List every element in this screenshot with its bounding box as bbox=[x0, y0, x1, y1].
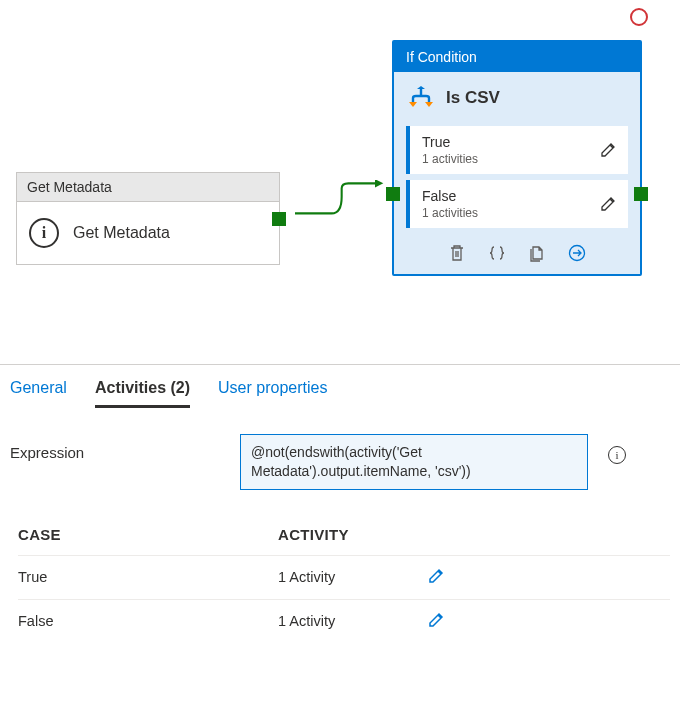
edit-icon[interactable] bbox=[428, 568, 444, 584]
code-icon[interactable] bbox=[488, 244, 506, 262]
case-cell: True bbox=[18, 569, 278, 585]
if-condition-node[interactable]: If Condition Is CSV True 1 activities Fa… bbox=[392, 40, 642, 276]
table-row: False 1 Activity bbox=[18, 599, 670, 643]
get-metadata-header: Get Metadata bbox=[17, 173, 279, 202]
validation-error-indicator bbox=[630, 8, 648, 26]
settings-tabs: General Activities (2) User properties bbox=[0, 365, 680, 408]
case-true[interactable]: True 1 activities bbox=[406, 126, 628, 174]
tab-general[interactable]: General bbox=[10, 379, 67, 408]
activity-cell: 1 Activity bbox=[278, 569, 428, 585]
table-row: True 1 Activity bbox=[18, 555, 670, 599]
edit-icon[interactable] bbox=[600, 142, 616, 158]
output-port[interactable] bbox=[272, 212, 286, 226]
expression-input[interactable]: @not(endswith(activity('Get Metadata').o… bbox=[240, 434, 588, 490]
edit-icon[interactable] bbox=[600, 196, 616, 212]
expand-icon[interactable] bbox=[568, 244, 586, 262]
edit-icon[interactable] bbox=[428, 612, 444, 628]
case-subtitle: 1 activities bbox=[422, 206, 478, 220]
case-subtitle: 1 activities bbox=[422, 152, 478, 166]
expression-label: Expression bbox=[10, 434, 220, 461]
if-condition-title: Is CSV bbox=[446, 88, 500, 108]
info-icon[interactable]: i bbox=[608, 446, 626, 464]
get-metadata-node[interactable]: Get Metadata i Get Metadata bbox=[16, 172, 280, 265]
case-name: True bbox=[422, 134, 478, 150]
delete-icon[interactable] bbox=[448, 244, 466, 262]
branch-icon bbox=[408, 86, 434, 110]
copy-icon[interactable] bbox=[528, 244, 546, 262]
input-port[interactable] bbox=[386, 187, 400, 201]
info-icon: i bbox=[29, 218, 59, 248]
if-condition-header: If Condition bbox=[394, 42, 640, 72]
column-activity-header: ACTIVITY bbox=[278, 526, 428, 543]
case-activity-table: CASE ACTIVITY True 1 Activity False 1 Ac… bbox=[0, 500, 680, 643]
activity-cell: 1 Activity bbox=[278, 613, 428, 629]
output-port[interactable] bbox=[634, 187, 648, 201]
case-name: False bbox=[422, 188, 478, 204]
tab-activities[interactable]: Activities (2) bbox=[95, 379, 190, 408]
column-case-header: CASE bbox=[18, 526, 278, 543]
tab-user-properties[interactable]: User properties bbox=[218, 379, 327, 408]
pipeline-canvas[interactable]: Get Metadata i Get Metadata If Condition… bbox=[0, 0, 680, 350]
connector-arrow bbox=[280, 180, 400, 230]
case-cell: False bbox=[18, 613, 278, 629]
get-metadata-label: Get Metadata bbox=[73, 224, 170, 242]
case-false[interactable]: False 1 activities bbox=[406, 180, 628, 228]
